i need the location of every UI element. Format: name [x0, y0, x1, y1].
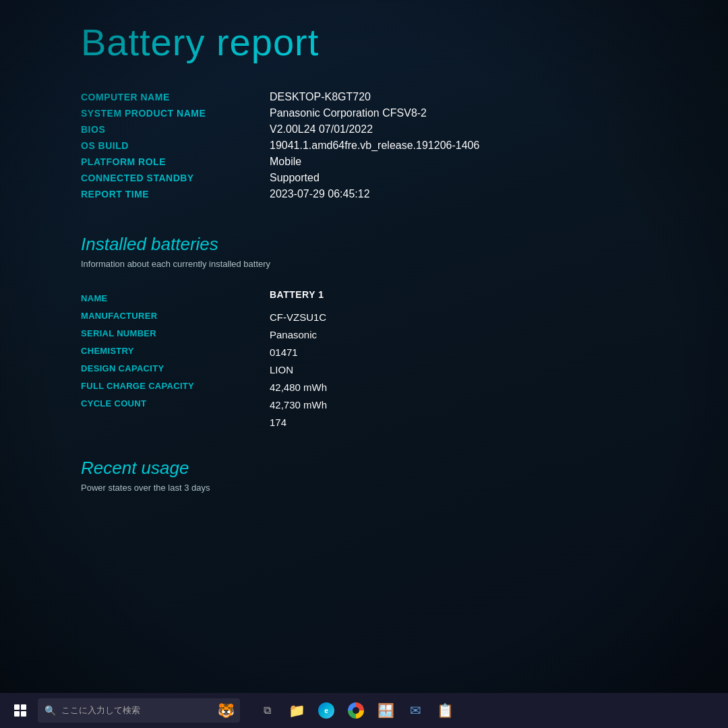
system-info-value: Panasonic Corporation CFSV8-2 — [270, 107, 427, 119]
file-explorer-icon: 📁 — [289, 702, 305, 719]
windows-logo-icon — [14, 704, 26, 717]
battery-value: CF-VZSU1C — [270, 308, 701, 326]
system-info-label: PLATFORM ROLE — [81, 156, 270, 167]
system-info-value: 19041.1.amd64fre.vb_release.191206-1406 — [270, 140, 479, 152]
system-info-value: Supported — [270, 172, 320, 184]
taskbar-edge-button[interactable]: e — [313, 697, 340, 724]
system-info-label: CONNECTED STANDBY — [81, 173, 270, 183]
system-info-row: COMPUTER NAME DESKTOP-K8GT720 — [81, 91, 701, 103]
battery-label: CHEMISTRY — [81, 342, 270, 359]
mail-icon: ✉ — [410, 702, 421, 719]
edge-icon: e — [318, 702, 334, 719]
taskbar: 🔍 ここに入力して検索 🐯 ⧉ 📁 e 🪟 ✉ 📋 — [0, 693, 728, 728]
system-info-label: SYSTEM PRODUCT NAME — [81, 108, 270, 119]
battery-value: 42,730 mWh — [270, 396, 701, 413]
battery-label: FULL CHARGE CAPACITY — [81, 377, 270, 394]
tiger-icon: 🐯 — [218, 702, 235, 719]
battery-info-container: NAMEMANUFACTURERSERIAL NUMBERCHEMISTRYDE… — [81, 289, 701, 431]
system-info-label: COMPUTER NAME — [81, 92, 270, 102]
battery-header: BATTERY 1 — [270, 289, 701, 300]
battery-section: Installed batteries Information about ea… — [81, 234, 701, 431]
battery-value: 42,480 mWh — [270, 378, 701, 396]
battery-values: BATTERY 1 CF-VZSU1CPanasonic01471LION42,… — [270, 289, 701, 431]
system-info-row: OS BUILD 19041.1.amd64fre.vb_release.191… — [81, 140, 701, 152]
battery-value: 174 — [270, 413, 701, 431]
taskbar-task-view-button[interactable]: ⧉ — [253, 697, 280, 724]
battery-label: DESIGN CAPACITY — [81, 359, 270, 377]
files-icon: 📋 — [437, 702, 454, 719]
search-input-text: ここに入力して検索 — [61, 704, 140, 717]
system-info-label: OS BUILD — [81, 140, 270, 151]
battery-label: MANUFACTURER — [81, 307, 270, 324]
system-info-row: PLATFORM ROLE Mobile — [81, 156, 701, 168]
system-info-row: BIOS V2.00L24 07/01/2022 — [81, 123, 701, 135]
recent-usage-subtitle: Power states over the last 3 days — [81, 483, 701, 493]
battery-labels: NAMEMANUFACTURERSERIAL NUMBERCHEMISTRYDE… — [81, 289, 270, 431]
main-content: Battery report COMPUTER NAME DESKTOP-K8G… — [67, 0, 715, 728]
taskbar-store-button[interactable]: 🪟 — [372, 697, 399, 724]
battery-value: 01471 — [270, 343, 701, 361]
battery-label: CYCLE COUNT — [81, 394, 270, 412]
system-info-label: REPORT TIME — [81, 189, 270, 200]
system-info-value: Mobile — [270, 156, 301, 168]
recent-usage-section: Recent usage Power states over the last … — [81, 458, 701, 493]
screen: Battery report COMPUTER NAME DESKTOP-K8G… — [0, 0, 728, 728]
system-info-row: SYSTEM PRODUCT NAME Panasonic Corporatio… — [81, 107, 701, 119]
store-icon: 🪟 — [377, 702, 394, 719]
chrome-icon — [348, 702, 364, 719]
battery-section-subtitle: Information about each currently install… — [81, 259, 701, 269]
taskbar-files-button[interactable]: 📋 — [431, 697, 458, 724]
taskbar-search-bar[interactable]: 🔍 ここに入力して検索 🐯 — [38, 698, 240, 723]
start-button[interactable] — [5, 696, 35, 725]
system-info-row: REPORT TIME 2023-07-29 06:45:12 — [81, 188, 701, 200]
taskbar-center-icons: ⧉ 📁 e 🪟 ✉ 📋 — [253, 697, 458, 724]
system-info-label: BIOS — [81, 124, 270, 135]
page-title: Battery report — [81, 20, 701, 64]
system-info-value: DESKTOP-K8GT720 — [270, 91, 371, 103]
recent-usage-title: Recent usage — [81, 458, 701, 479]
taskbar-file-explorer-button[interactable]: 📁 — [283, 697, 310, 724]
battery-value: LION — [270, 361, 701, 378]
system-info-table: COMPUTER NAME DESKTOP-K8GT720 SYSTEM PRO… — [81, 91, 701, 200]
battery-value: Panasonic — [270, 326, 701, 343]
search-icon: 🔍 — [44, 705, 56, 716]
system-info-value: V2.00L24 07/01/2022 — [270, 123, 373, 135]
system-info-row: CONNECTED STANDBY Supported — [81, 172, 701, 184]
battery-label: NAME — [81, 289, 270, 307]
battery-section-title: Installed batteries — [81, 234, 701, 255]
taskbar-mail-button[interactable]: ✉ — [402, 697, 429, 724]
system-info-value: 2023-07-29 06:45:12 — [270, 188, 370, 200]
taskbar-chrome-button[interactable] — [342, 697, 369, 724]
battery-label: SERIAL NUMBER — [81, 324, 270, 342]
